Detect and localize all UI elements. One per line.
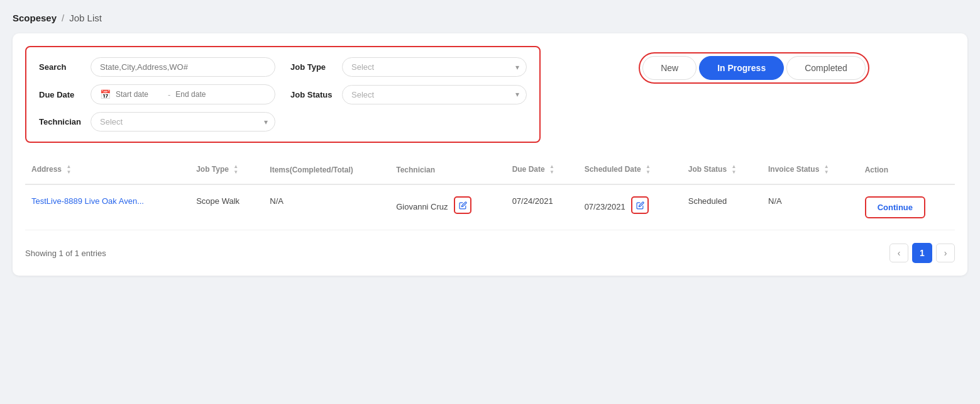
calendar-icon: 📅: [100, 89, 111, 99]
scheduled-date-edit-button[interactable]: [631, 196, 649, 214]
page-title: Job List: [69, 13, 102, 23]
job-status-select[interactable]: Select: [342, 85, 527, 104]
job-type-label: Job Type: [290, 62, 334, 72]
col-address: Address ▲▼: [25, 155, 190, 184]
cell-job-status: Scheduled: [682, 184, 762, 230]
cell-invoice-status: N/A: [762, 184, 859, 230]
cell-job-type: Scope Walk: [190, 184, 263, 230]
address-sort-icon[interactable]: ▲▼: [66, 164, 71, 175]
col-scheduled-date: Scheduled Date ▲▼: [578, 155, 682, 184]
technician-row: Technician Select ▾: [39, 112, 275, 132]
tab-in-progress[interactable]: In Progress: [699, 56, 784, 80]
due-date-sort-icon[interactable]: ▲▼: [549, 164, 554, 175]
cell-action: Continue: [859, 184, 955, 230]
prev-page-button[interactable]: ‹: [889, 244, 908, 262]
continue-button[interactable]: Continue: [865, 196, 925, 218]
invoice-status-sort-icon[interactable]: ▲▼: [824, 164, 829, 175]
status-tabs-wrapper: New In Progress Completed: [639, 52, 869, 84]
tab-completed[interactable]: Completed: [786, 56, 866, 80]
brand-name: Scopesey: [13, 13, 57, 23]
date-range-wrapper[interactable]: 📅 -: [91, 84, 275, 104]
start-date-input[interactable]: [116, 90, 163, 99]
technician-select-wrapper: Select ▾: [91, 112, 275, 132]
col-job-status: Job Status ▲▼: [682, 155, 762, 184]
job-type-row: Job Type Select ▾: [290, 57, 527, 77]
current-page: 1: [912, 243, 932, 263]
job-type-select[interactable]: Select: [342, 57, 527, 77]
col-due-date: Due Date ▲▼: [506, 155, 578, 184]
cell-address: TestLive-8889 Live Oak Aven...: [25, 184, 190, 230]
pagination-controls: ‹ 1 ›: [889, 243, 955, 263]
col-technician: Technician: [390, 155, 505, 184]
breadcrumb-separator: /: [62, 13, 64, 23]
next-page-button[interactable]: ›: [936, 244, 955, 262]
table-wrapper: Address ▲▼ Job Type ▲▼ Items(Completed/T…: [25, 155, 955, 230]
technician-label: Technician: [39, 117, 83, 126]
col-job-type: Job Type ▲▼: [190, 155, 263, 184]
technician-select[interactable]: Select: [91, 112, 275, 132]
col-action: Action: [859, 155, 955, 184]
jobs-table: Address ▲▼ Job Type ▲▼ Items(Completed/T…: [25, 155, 955, 230]
search-input[interactable]: [91, 57, 275, 77]
cell-due-date: 07/24/2021: [506, 184, 578, 230]
end-date-input[interactable]: [175, 90, 223, 99]
job-type-sort-icon[interactable]: ▲▼: [233, 164, 238, 175]
scheduled-date-sort-icon[interactable]: ▲▼: [646, 164, 651, 175]
top-area: Search Job Type Select ▾ Due Date: [25, 46, 955, 143]
table-row: TestLive-8889 Live Oak Aven... Scope Wal…: [25, 184, 955, 230]
due-date-label: Due Date: [39, 90, 83, 99]
date-range-separator: -: [168, 90, 170, 99]
job-status-select-wrapper: Select ▾: [342, 85, 527, 104]
pagination-row: Showing 1 of 1 entries ‹ 1 ›: [25, 243, 955, 263]
job-status-label: Job Status: [290, 90, 334, 99]
technician-edit-button[interactable]: [454, 196, 471, 214]
due-date-row: Due Date 📅 -: [39, 84, 275, 104]
address-link[interactable]: TestLive-8889 Live Oak Aven...: [31, 196, 144, 206]
showing-text: Showing 1 of 1 entries: [25, 249, 106, 258]
cell-items: N/A: [263, 184, 390, 230]
job-type-select-wrapper: Select ▾: [342, 57, 527, 77]
col-items: Items(Completed/Total): [263, 155, 390, 184]
cell-scheduled-date: 07/23/2021: [578, 184, 682, 230]
breadcrumb: Scopesey / Job List: [13, 13, 967, 23]
table-header-row: Address ▲▼ Job Type ▲▼ Items(Completed/T…: [25, 155, 955, 184]
job-status-row: Job Status Select ▾: [290, 84, 527, 104]
search-label: Search: [39, 62, 83, 72]
tab-new[interactable]: New: [642, 56, 696, 80]
cell-technician: Giovanni Cruz: [390, 184, 505, 230]
main-card: Search Job Type Select ▾ Due Date: [13, 33, 967, 276]
filter-grid: Search Job Type Select ▾ Due Date: [39, 57, 527, 132]
search-row: Search: [39, 57, 275, 77]
job-status-sort-icon[interactable]: ▲▼: [731, 164, 736, 175]
filter-empty-cell: [290, 112, 527, 132]
filter-box: Search Job Type Select ▾ Due Date: [25, 46, 541, 143]
status-tabs-area: New In Progress Completed: [553, 46, 955, 84]
col-invoice-status: Invoice Status ▲▼: [762, 155, 859, 184]
